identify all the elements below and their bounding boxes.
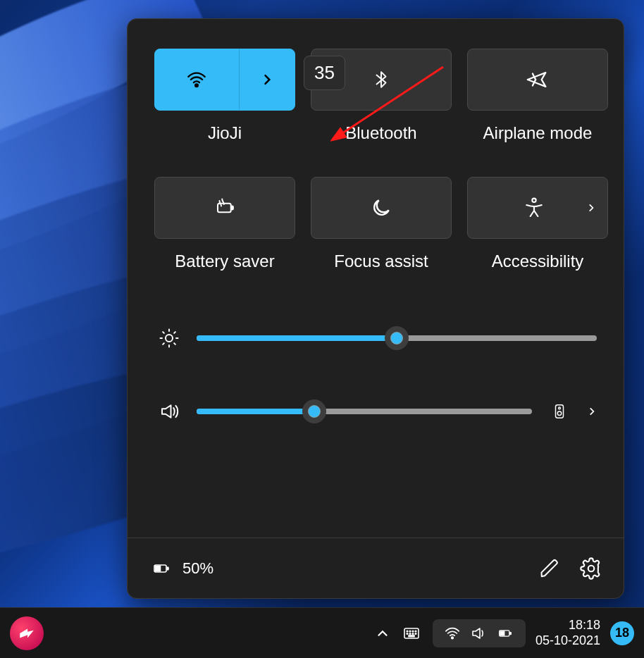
tile-focus-assist[interactable] — [311, 177, 452, 239]
svg-rect-2 — [231, 206, 233, 210]
bluetooth-icon — [372, 66, 390, 93]
moon-icon — [370, 197, 392, 219]
svg-rect-22 — [409, 635, 414, 637]
svg-rect-25 — [500, 631, 504, 635]
svg-point-17 — [415, 631, 416, 632]
svg-point-12 — [588, 565, 595, 571]
svg-point-16 — [412, 631, 414, 632]
volume-slider-thumb[interactable] — [302, 399, 326, 423]
tile-label: JioJi — [208, 123, 242, 143]
brightness-slider-thumb[interactable] — [385, 326, 409, 350]
quick-settings-panel: JioJi Bluetooth Airpla — [127, 18, 624, 599]
svg-point-18 — [407, 633, 408, 634]
system-tray[interactable] — [433, 619, 526, 647]
chevron-right-icon — [260, 70, 274, 89]
tile-label: Battery saver — [175, 252, 274, 271]
svg-point-19 — [409, 633, 411, 634]
chevron-right-icon[interactable] — [587, 404, 597, 419]
brightness-slider-row — [154, 328, 597, 349]
svg-point-8 — [557, 411, 562, 416]
svg-point-0 — [196, 84, 199, 87]
wifi-expand[interactable] — [239, 49, 295, 110]
audio-output-button[interactable] — [545, 397, 574, 426]
tray-overflow-button[interactable] — [375, 626, 390, 641]
battery-saver-icon — [210, 197, 240, 218]
brightness-icon — [154, 328, 184, 349]
volume-slider[interactable] — [197, 409, 532, 414]
taskbar-clock[interactable]: 18:18 05-10-2021 — [535, 618, 600, 648]
svg-rect-26 — [510, 632, 512, 634]
svg-point-21 — [415, 633, 416, 634]
wifi-icon — [442, 626, 462, 641]
svg-point-4 — [166, 335, 173, 342]
svg-point-3 — [532, 199, 535, 202]
svg-point-15 — [409, 631, 411, 632]
tile-battery-saver[interactable] — [154, 177, 295, 239]
airplane-icon — [525, 68, 550, 92]
svg-point-7 — [559, 407, 561, 409]
tile-label: Accessibility — [492, 252, 584, 271]
edit-quick-settings-button[interactable] — [539, 558, 560, 579]
battery-percent-label: 50% — [182, 559, 213, 578]
quick-settings-tiles: JioJi Bluetooth Airpla — [128, 19, 624, 271]
tile-accessibility[interactable] — [467, 177, 608, 239]
footer-battery-status[interactable]: 50% — [149, 559, 213, 578]
speaker-icon — [469, 625, 488, 642]
svg-rect-11 — [167, 567, 168, 570]
volume-slider-row — [154, 397, 597, 426]
chevron-right-icon — [586, 200, 596, 216]
quick-settings-footer: 50% — [128, 538, 624, 598]
sliders-area: 35 — [128, 271, 624, 426]
touch-keyboard-button[interactable] — [400, 625, 423, 642]
notification-badge[interactable]: 18 — [610, 621, 634, 645]
battery-icon — [149, 560, 174, 577]
clock-date: 05-10-2021 — [535, 633, 600, 649]
svg-point-23 — [452, 637, 454, 639]
tile-label: Focus assist — [334, 252, 428, 271]
svg-rect-10 — [156, 566, 161, 571]
brightness-slider[interactable] — [197, 335, 597, 341]
volume-tooltip: 35 — [304, 56, 345, 90]
taskbar: 18:18 05-10-2021 18 — [0, 607, 644, 658]
taskbar-app-icon[interactable] — [10, 616, 44, 650]
wifi-icon — [184, 70, 209, 89]
clock-time: 18:18 — [535, 618, 600, 633]
tile-wifi[interactable] — [154, 49, 295, 111]
tile-label: Bluetooth — [345, 123, 416, 143]
svg-point-20 — [412, 633, 414, 634]
tile-airplane-mode[interactable] — [467, 49, 608, 111]
settings-button[interactable] — [580, 557, 602, 580]
battery-icon — [495, 626, 516, 640]
tile-label: Airplane mode — [483, 123, 593, 143]
wifi-toggle[interactable] — [155, 49, 239, 110]
accessibility-icon — [523, 196, 545, 220]
svg-point-14 — [407, 631, 408, 632]
speaker-icon — [154, 401, 184, 422]
